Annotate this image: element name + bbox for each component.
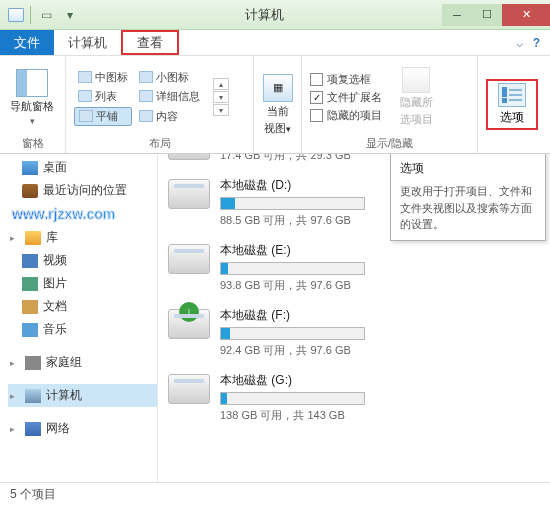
sidebar-item-desktop[interactable]: 桌面	[8, 156, 157, 179]
options-button[interactable]: 选项	[490, 83, 534, 126]
qat-properties-icon[interactable]: ▭	[37, 6, 55, 24]
computer-icon	[25, 389, 41, 403]
group-label-showhide: 显示/隐藏	[310, 134, 469, 151]
item-count: 5 个项目	[10, 486, 56, 503]
capacity-bar	[220, 392, 365, 405]
tab-view[interactable]: 查看	[121, 30, 179, 55]
status-bar: 5 个项目	[0, 482, 550, 506]
gallery-more-icon[interactable]: ▾	[213, 104, 229, 116]
sidebar-item-recent[interactable]: 最近访问的位置	[8, 179, 157, 202]
app-icon	[8, 8, 24, 22]
qat-dropdown-icon[interactable]: ▾	[61, 6, 79, 24]
current-view-button[interactable]: ▦ 当前 视图▾	[262, 74, 293, 136]
item-checkboxes-toggle[interactable]: 项复选框	[310, 72, 382, 87]
ribbon-collapse-icon[interactable]: ⌵	[516, 36, 523, 50]
navigation-pane-button[interactable]: 导航窗格 ▾	[8, 69, 56, 126]
maximize-button[interactable]: ☐	[472, 4, 502, 26]
sidebar-item-computer[interactable]: ▸计算机	[8, 384, 157, 407]
group-label-layout: 布局	[74, 134, 245, 151]
library-icon	[25, 231, 41, 245]
drive-icon	[168, 179, 210, 209]
sidebar-item-documents[interactable]: 文档	[8, 295, 157, 318]
capacity-bar	[220, 262, 365, 275]
desktop-icon	[22, 161, 38, 175]
drive-item[interactable]: 本地磁盘 (E:) 93.8 GB 可用，共 97.6 GB	[168, 242, 544, 293]
navigation-pane-icon	[16, 69, 48, 97]
sidebar-item-pictures[interactable]: 图片	[8, 272, 157, 295]
watermark: www.rjzxw.com	[8, 202, 157, 226]
help-icon[interactable]: ?	[533, 36, 540, 50]
gallery-down-icon[interactable]: ▾	[213, 91, 229, 103]
hidden-items-toggle[interactable]: 隐藏的项目	[310, 108, 382, 123]
tab-file[interactable]: 文件	[0, 30, 54, 55]
close-button[interactable]: ✕	[502, 4, 550, 26]
sidebar-item-videos[interactable]: 视频	[8, 249, 157, 272]
layout-gallery[interactable]: 中图标 小图标 列表 详细信息 平铺 内容	[74, 69, 204, 126]
sidebar-item-network[interactable]: ▸网络	[8, 417, 157, 440]
titlebar: ▭ ▾ 计算机 ─ ☐ ✕	[0, 0, 550, 30]
music-icon	[22, 323, 38, 337]
ribbon-tabs: 文件 计算机 查看 ⌵ ?	[0, 30, 550, 56]
network-icon	[25, 422, 41, 436]
drive-icon	[168, 374, 210, 404]
picture-icon	[22, 277, 38, 291]
capacity-bar	[220, 327, 365, 340]
recent-icon	[22, 184, 38, 198]
document-icon	[22, 300, 38, 314]
drive-download-icon	[168, 309, 210, 339]
navigation-tree[interactable]: 桌面 最近访问的位置 www.rjzxw.com ▸库 视频 图片 文档 音乐 …	[0, 154, 158, 482]
sidebar-item-music[interactable]: 音乐	[8, 318, 157, 341]
drive-item[interactable]: 本地磁盘 (G:) 138 GB 可用，共 143 GB	[168, 372, 544, 423]
window-title: 计算机	[87, 6, 442, 24]
options-icon	[498, 83, 526, 107]
ribbon: 导航窗格 ▾ 窗格 中图标 小图标 列表 详细信息 平铺 内容 ▴ ▾ ▾ 布局	[0, 56, 550, 154]
minimize-button[interactable]: ─	[442, 4, 472, 26]
drive-icon	[168, 244, 210, 274]
hide-selected-button: 隐藏所 选项目	[392, 67, 440, 127]
homegroup-icon	[25, 356, 41, 370]
group-label-panes: 窗格	[8, 134, 57, 151]
capacity-bar	[220, 197, 365, 210]
file-extensions-toggle[interactable]: ✓文件扩展名	[310, 90, 382, 105]
drive-item[interactable]: 本地磁盘 (F:) 92.4 GB 可用，共 97.6 GB	[168, 307, 544, 358]
sidebar-item-libraries[interactable]: ▸库	[8, 226, 157, 249]
sidebar-item-homegroup[interactable]: ▸家庭组	[8, 351, 157, 374]
hide-selected-icon	[402, 67, 430, 93]
gallery-up-icon[interactable]: ▴	[213, 78, 229, 90]
tab-computer[interactable]: 计算机	[54, 30, 121, 55]
current-view-icon: ▦	[263, 74, 293, 102]
drive-icon	[168, 154, 210, 160]
drive-list: 选项 更改用于打开项目、文件和文件夹视图以及搜索等方面的设置。 17.4 GB …	[158, 154, 550, 482]
video-icon	[22, 254, 38, 268]
options-tooltip: 选项 更改用于打开项目、文件和文件夹视图以及搜索等方面的设置。	[390, 154, 546, 241]
